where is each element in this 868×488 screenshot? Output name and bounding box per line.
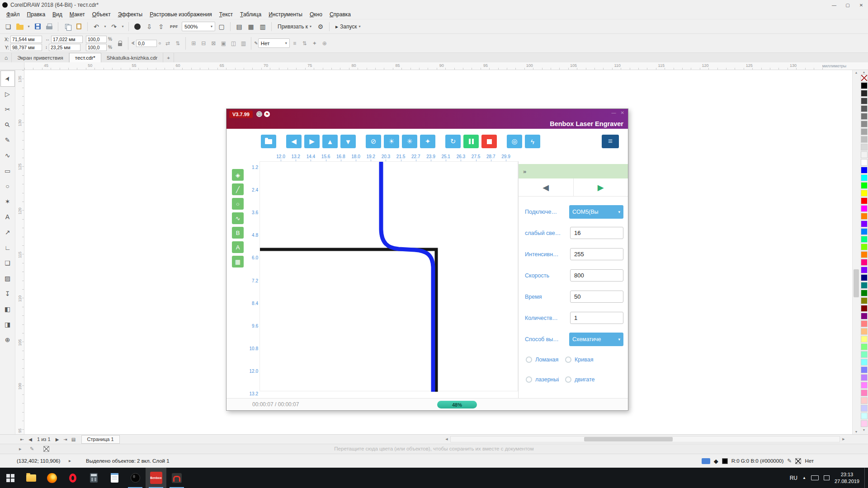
more-tools-button[interactable]: ⊕ [1,332,14,347]
info-icon[interactable]: ⓘ [256,111,262,117]
color-swatch[interactable] [861,313,868,319]
taskbar-firefox[interactable] [42,468,62,488]
jog-up-button[interactable]: ▲ [322,135,338,148]
palette-scroll-down[interactable]: ▼ [863,428,866,432]
laser-weak-button[interactable]: ☀ [384,135,399,148]
new-document-button[interactable]: ❏ [3,21,14,32]
document-tab-3[interactable]: Shkatulka-knizhka.cdr [101,53,164,62]
open-button[interactable] [14,21,25,32]
bold-text-tool[interactable]: B [232,227,244,239]
open-dropdown[interactable]: ▾ [26,21,31,32]
eyedropper-tool[interactable]: ↧ [1,286,14,301]
position-x-field[interactable]: 71,544 мм [10,36,42,43]
menu-item-11[interactable]: Окно [306,10,326,19]
panel-next-button[interactable]: ▶ [574,178,628,196]
color-swatch[interactable] [861,128,868,135]
trim-button[interactable]: ⊠ [208,38,218,48]
taskbar-acrobat[interactable] [166,468,187,488]
color-swatch[interactable] [861,197,868,204]
snap-to-button[interactable]: Привязать к▾ [275,21,314,32]
color-swatch[interactable] [861,236,868,243]
first-page-button[interactable]: ⇤ [18,435,26,443]
color-swatch[interactable] [861,359,868,366]
color-swatch[interactable] [861,98,868,104]
speed-input[interactable]: 800 [570,269,623,282]
crop-tool[interactable]: ✂ [1,102,14,117]
count-input[interactable]: 1 [570,312,623,324]
radio-laser[interactable] [526,376,532,383]
color-swatch[interactable] [861,105,868,112]
vertical-scroll-thumb[interactable] [854,269,859,297]
undo-button[interactable]: ↶ [91,21,102,32]
close-button[interactable]: ✕ [854,0,868,10]
mirror-horizontal-button[interactable]: ⇄ [163,38,173,48]
object-width-field[interactable]: 17,022 мм [51,36,83,43]
carve-mode-select[interactable]: Схематиче▾ [569,333,623,346]
horizontal-ruler[interactable]: миллиметры 45505560657075808590951001051… [0,62,868,70]
menu-item-10[interactable]: Инструменты [265,10,306,19]
color-swatch[interactable] [861,343,868,350]
taskbar-coreldraw[interactable] [125,468,146,488]
flag-icon[interactable]: ⚑ [264,111,270,117]
lock-ratio-button[interactable] [115,38,125,48]
scale-x-field[interactable]: 100,0 [86,36,107,43]
outline-none-swatch[interactable] [795,458,801,464]
menu-button[interactable]: ≡ [602,135,619,148]
vertical-scrollbar[interactable]: ▲ ▼ [852,70,860,434]
color-swatch[interactable] [861,136,868,143]
color-swatch[interactable] [861,405,868,412]
home-tab[interactable]: ⌂ [1,53,12,62]
document-tab-1[interactable]: Экран приветствия [12,53,69,62]
touch-keyboard-icon[interactable] [811,475,819,480]
export-button[interactable]: ⇧ [156,21,166,32]
interactive-fill-tool[interactable]: ◧ [1,301,14,317]
laser-off-button[interactable]: ⊘ [366,135,381,148]
palette-scroll-up[interactable]: ▲ [863,70,866,75]
color-swatch[interactable] [861,113,868,120]
color-swatch[interactable] [861,320,868,327]
hidden-icons-button[interactable]: ▲ [802,476,806,480]
no-color-swatch[interactable] [861,75,868,81]
menu-item-3[interactable]: Вид [49,10,66,19]
order-button[interactable]: ⇅ [300,38,310,48]
document-tab-2[interactable]: тест.cdr* [69,53,101,62]
dimension-tool[interactable]: ↗ [1,225,14,240]
rectangle-tool[interactable]: ▭ [1,163,14,178]
redo-button[interactable]: ↷ [108,21,119,32]
connector-tool[interactable]: ∟ [1,240,14,255]
scroll-down-button[interactable]: ▼ [853,430,860,433]
object-height-field[interactable]: 23,25 мм [49,44,80,51]
benbox-titlebar[interactable]: V3.7.99 ⓘ ⚑ — ✕ Benbox Laser Engraver [226,109,628,129]
ellipse-tool[interactable]: ○ [1,178,14,194]
radio-curve[interactable] [565,357,571,363]
tag-tool[interactable]: ◈ [232,169,244,181]
previous-page-button[interactable]: ◀ [26,435,34,443]
locate-button[interactable]: ◎ [507,135,522,148]
color-swatch[interactable] [861,413,868,419]
origin-button[interactable]: ✦ [420,135,435,148]
paste-button[interactable] [73,21,84,32]
color-swatch[interactable] [861,221,868,227]
weak-light-input[interactable]: 16 [570,227,623,239]
notification-icon[interactable] [824,475,830,480]
menu-item-2[interactable]: Правка [24,10,49,19]
color-swatch[interactable] [861,144,868,150]
line-tool[interactable]: ╱ [232,183,244,195]
intersect-button[interactable]: ▣ [218,38,228,48]
ungroup-button[interactable]: ▥ [238,38,248,48]
repeat-button[interactable]: ↻ [445,135,461,148]
panel-prev-button[interactable]: ◀ [519,178,574,196]
benbox-close-button[interactable]: ✕ [621,110,624,115]
color-swatch[interactable] [861,244,868,250]
panel-collapse-button[interactable]: » [519,164,628,178]
jog-down-button[interactable]: ▼ [340,135,356,148]
color-swatch[interactable] [861,328,868,335]
drop-shadow-tool[interactable]: ❏ [1,255,14,271]
horizontal-scroll-thumb[interactable] [584,437,673,441]
scroll-left-button[interactable]: ◀ [443,437,450,441]
fullscreen-preview-button[interactable]: ▢ [216,21,227,32]
taskbar-explorer[interactable] [21,468,42,488]
zoom-level-select[interactable]: 500%▾ [182,22,215,31]
color-swatch[interactable] [861,213,868,220]
jog-right-button[interactable]: ▶ [304,135,320,148]
